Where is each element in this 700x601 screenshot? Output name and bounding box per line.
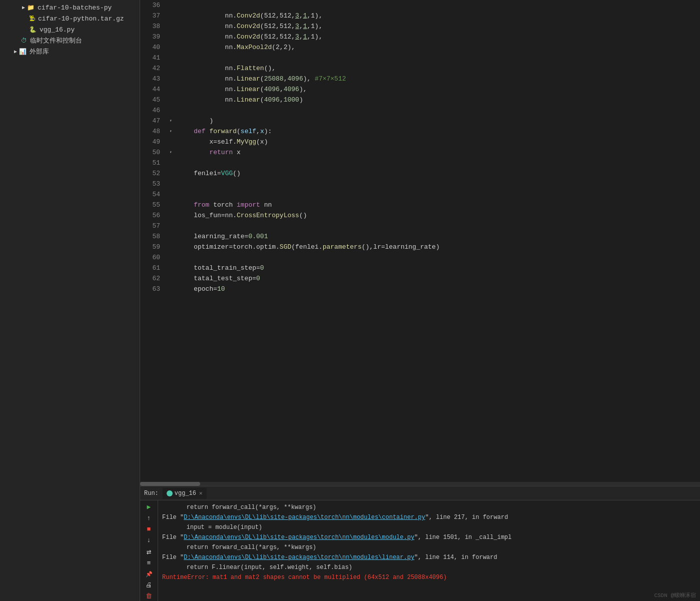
toolbar-vertical: ▶ ↑ ■ ↓ ⇄ ≡ 📌 🖨 🗑 [140, 500, 158, 601]
code-line: ▾ return x [178, 147, 700, 158]
sidebar-item-cifar-tar[interactable]: 🗜 cifar-10-python.tar.gz [0, 13, 140, 24]
line-number: 36 [140, 0, 165, 11]
line-number: 49 [140, 137, 165, 147]
sidebar-item-cifar-batches[interactable]: ▶ 📁 cifar-10-batches-py [0, 2, 140, 13]
rerun-button[interactable]: ⇄ [144, 547, 155, 557]
code-line [178, 189, 700, 200]
console-line: return forward_call(*args, **kwargs) [162, 502, 696, 512]
code-line [178, 252, 700, 263]
code-token: 1 [303, 32, 307, 42]
console-line: RuntimeError: mat1 and mat2 shapes canno… [162, 572, 696, 582]
code-token: , [299, 21, 303, 32]
line-number: 53 [140, 179, 165, 189]
code-token: (), [264, 63, 276, 74]
run-tab[interactable]: vgg_16 ✕ [163, 488, 207, 499]
code-token: 1000 [284, 95, 299, 105]
line-number: 54 [140, 189, 165, 200]
code-token: 4096 [264, 84, 280, 95]
bottom-panel: Run: vgg_16 ✕ ▶ ↑ ■ ↓ ⇄ ≡ 📌 🖨 🗑 [140, 486, 700, 601]
code-token: x [260, 126, 264, 137]
code-line: nn.Flatten(), [178, 63, 700, 74]
line-number: 48 [140, 126, 165, 137]
line-number: 39 [140, 32, 165, 42]
file-link[interactable]: D:\Anaconda\envs\DL\lib\site-packages\to… [184, 514, 425, 521]
print-button[interactable]: 🖨 [144, 581, 155, 590]
folder-icon: 📁 [27, 4, 35, 12]
tar-icon: 🗜 [29, 15, 35, 23]
code-token: , [280, 95, 284, 105]
code-token: ( [260, 84, 264, 95]
code-token: 1 [303, 11, 307, 21]
code-token: MaxPool2d [237, 42, 272, 53]
code-line: x=self.MyVgg(x) [178, 137, 700, 147]
code-token: #7×7×512 [315, 74, 346, 84]
console-line: return forward_call(*args, **kwargs) [162, 542, 696, 552]
code-token: (512,512, [260, 21, 295, 32]
line-number: 51 [140, 158, 165, 168]
code-lines[interactable]: nn.Conv2d(512,512,3,1,1), nn.Conv2d(512,… [170, 0, 700, 482]
code-line [178, 179, 700, 189]
file-link[interactable]: D:\Anaconda\envs\DL\lib\site-packages\to… [184, 554, 414, 561]
code-token: total_train_step= [178, 263, 260, 273]
code-line: epoch=10 [178, 284, 700, 294]
sidebar-item-label: vgg_16.py [40, 26, 75, 34]
code-token: SGD [280, 242, 291, 252]
sidebar-item-vgg[interactable]: 🐍 vgg_16.py [0, 24, 140, 35]
code-token: (512,512, [260, 32, 295, 42]
sidebar-item-label: cifar-10-batches-py [38, 4, 112, 12]
editor-area: 3637383940414243444546474849505152535455… [140, 0, 700, 601]
fold-arrow-icon[interactable]: ▾ [170, 116, 172, 126]
code-token: () [233, 168, 241, 179]
line-number: 62 [140, 273, 165, 284]
down-button[interactable]: ↓ [144, 535, 155, 544]
code-token: ) [299, 95, 303, 105]
code-token: , [256, 126, 260, 137]
code-line [178, 53, 700, 63]
code-line: nn.Linear(4096,1000) [178, 95, 700, 105]
line-number: 60 [140, 252, 165, 263]
code-container: 3637383940414243444546474849505152535455… [140, 0, 700, 482]
console-line: File "D:\Anaconda\envs\DL\lib\site-packa… [162, 552, 696, 562]
code-token: def [194, 126, 205, 137]
step-button[interactable]: ≡ [144, 559, 155, 568]
fold-arrow-icon[interactable]: ▾ [170, 147, 172, 158]
code-token: nn. [178, 32, 237, 42]
code-line [178, 221, 700, 231]
libs-icon: 📊 [19, 48, 27, 56]
code-token: ): [264, 126, 272, 137]
line-number: 46 [140, 105, 165, 116]
code-token [178, 147, 209, 158]
horizontal-scrollbar[interactable] [140, 482, 700, 486]
code-token: VGG [221, 168, 233, 179]
sidebar-item-label: 临时文件和控制台 [30, 36, 82, 45]
code-token: 0 [260, 263, 264, 273]
main-layout: ▶ 📁 cifar-10-batches-py 🗜 cifar-10-pytho… [0, 0, 700, 601]
up-button[interactable]: ↑ [144, 513, 155, 522]
code-token [178, 200, 194, 210]
code-token: Flatten [237, 63, 264, 74]
file-link[interactable]: D:\Anaconda\envs\DL\lib\site-packages\to… [184, 534, 414, 541]
pin-button[interactable]: 📌 [144, 570, 155, 579]
console-line: return F.linear(input, self.weight, self… [162, 562, 696, 572]
scrollbar-thumb[interactable] [140, 482, 200, 486]
delete-button[interactable]: 🗑 [144, 592, 155, 601]
code-token: x [233, 147, 241, 158]
line-number: 47 [140, 116, 165, 126]
code-token: (2,2), [272, 42, 295, 53]
code-line: learning_rate=0.001 [178, 231, 700, 242]
close-tab-button[interactable]: ✕ [199, 490, 203, 496]
fold-arrow-icon[interactable]: ▾ [170, 126, 172, 137]
sidebar-item-external[interactable]: ▶ 📊 外部库 [0, 46, 140, 57]
code-token: nn. [178, 74, 237, 84]
sidebar-item-label: 外部库 [30, 47, 49, 56]
code-token: (x) [256, 137, 268, 147]
code-token: fenlei= [178, 168, 221, 179]
stop-button[interactable]: ■ [144, 524, 155, 533]
code-token: self [241, 126, 256, 137]
run-button[interactable]: ▶ [144, 502, 155, 511]
line-number: 37 [140, 11, 165, 21]
code-line [178, 158, 700, 168]
sidebar-item-temp[interactable]: ⏱ 临时文件和控制台 [0, 35, 140, 46]
watermark: CSDN @螺蛳涿宿 [654, 591, 696, 599]
code-token: nn. [178, 42, 237, 53]
